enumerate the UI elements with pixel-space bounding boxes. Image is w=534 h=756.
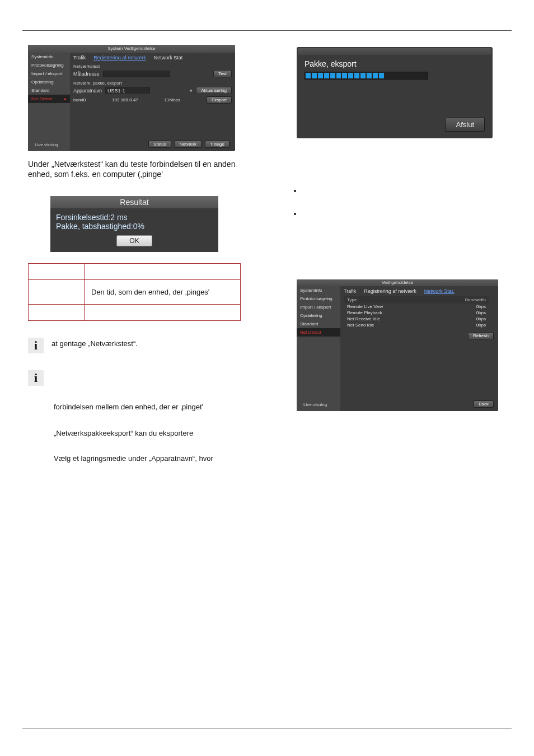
sidebar-item-selected[interactable]: Net Detect▸ <box>28 95 70 103</box>
dropdown-icon[interactable]: ▾ <box>190 88 193 94</box>
progress-bar <box>305 72 428 80</box>
bw-type: Remote Live View <box>347 304 383 309</box>
bw-val: 0bps <box>476 316 486 321</box>
tab-network-stat[interactable]: Network Stat <box>154 55 183 60</box>
panel3-tabs: Trafik Registrering af netværk Network S… <box>344 288 495 294</box>
ip-input[interactable] <box>103 71 170 77</box>
section-pakke-eksport: Netværk, pakke, eksport <box>73 81 232 86</box>
bullet-item <box>302 209 498 218</box>
bw-val: 0bps <box>476 310 486 315</box>
resultat-line2: Pakke, tabshastighed:0% <box>56 222 213 231</box>
maintenance-panel-1: System Vedligeholdelse Systeminfo Protok… <box>28 45 235 151</box>
sidebar-item-live[interactable]: Live-visning <box>300 400 330 409</box>
test-button[interactable]: Test <box>213 70 232 77</box>
sidebar-item[interactable]: Systeminfo <box>297 286 340 295</box>
tab-trafik[interactable]: Trafik <box>344 288 356 294</box>
sidebar-item-selected[interactable]: Net Detect <box>297 328 340 337</box>
panel3-title: Vedligeholdelse <box>297 279 498 286</box>
sidebar-item[interactable]: Import / eksport <box>297 303 340 311</box>
bw-val: 0bps <box>476 323 486 328</box>
table-cell <box>85 305 241 321</box>
sidebar-item[interactable]: Import / eksport <box>28 69 70 78</box>
col-type: Type <box>347 297 357 302</box>
pakke-title: Pakke, eksport <box>298 55 491 72</box>
panel-sidebar: Systeminfo Protokolsøgning Import / eksp… <box>28 53 70 151</box>
panel-title: System Vedligeholdelse <box>28 45 235 53</box>
sidebar-item[interactable]: Protokolsøgning <box>297 295 340 303</box>
table-cell <box>29 264 85 280</box>
device-select[interactable]: USB1-1 <box>105 87 150 94</box>
maintenance-panel-bandwidth: Vedligeholdelse Systeminfo Protokolsøgni… <box>297 279 498 411</box>
bw-val: 0bps <box>476 304 486 309</box>
bullet-item <box>302 186 498 195</box>
info-icon: i <box>28 338 44 353</box>
label-device: Apparatnavn <box>73 88 102 94</box>
tilbage-button[interactable]: Tilbage <box>205 141 229 148</box>
row-speed: 11Mbps <box>165 97 180 102</box>
section-netvaerkstest: Netværkstest <box>73 64 232 69</box>
plain-line-1: „Netværkspakkeeksport“ kan du eksportere <box>54 429 244 437</box>
eksport-button[interactable]: Eksport <box>207 96 232 104</box>
resultat-line1: Forsinkelsestid:2 ms <box>56 213 213 222</box>
resultat-dialog: Resultat Forsinkelsestid:2 ms Pakke, tab… <box>50 196 218 252</box>
info-text-1: at gentage „Netværkstest“. <box>51 338 138 349</box>
sidebar-item[interactable]: Protokolsøgning <box>28 61 70 69</box>
refresh-button[interactable]: Refresh <box>468 332 494 339</box>
netvaerk-button[interactable]: Netværk <box>175 141 202 148</box>
pakke-eksport-dialog: Pakke, eksport Afslut <box>297 47 493 138</box>
row-name: bond0 <box>73 97 86 102</box>
sidebar-item[interactable]: Opdatering <box>28 78 70 86</box>
info-text-2b: forbindelsen mellem den enhed, der er ‚p… <box>54 403 246 411</box>
status-button[interactable]: Status <box>148 141 171 148</box>
bw-type: Net Receive Idle <box>347 316 380 321</box>
table-cell <box>29 305 85 321</box>
panel3-sidebar: Systeminfo Protokolsøgning Import / eksp… <box>297 286 340 411</box>
sidebar-item[interactable]: Systeminfo <box>28 53 70 61</box>
tab-row: Trafik Registrering af netværk Network S… <box>73 55 232 60</box>
tab-registrering[interactable]: Registrering af netværk <box>93 55 146 60</box>
row-ip: 192.168.0.47 <box>112 97 138 102</box>
paragraph-under-panel1: Under „Netværkstest“ kan du teste forbin… <box>28 159 246 179</box>
plain-line-2: Vælg et lagringsmedie under „Apparatnavn… <box>54 454 244 463</box>
tab-registrering[interactable]: Registrering af netværk <box>364 288 416 294</box>
aktualisering-button[interactable]: Aktualisering <box>196 87 232 94</box>
chevron-right-icon: ▸ <box>64 96 67 101</box>
sidebar-item[interactable]: Standard <box>28 86 70 95</box>
bw-type: Net Send Idle <box>347 323 374 328</box>
back-button[interactable]: Back <box>474 400 494 408</box>
label-ip: Måladresse <box>73 71 100 77</box>
table-cell <box>85 264 241 280</box>
tab-trafik[interactable]: Trafik <box>73 55 86 60</box>
resultat-title: Resultat <box>50 196 218 208</box>
table-cell <box>29 280 85 305</box>
sidebar-item[interactable]: Opdatering <box>297 311 340 320</box>
col-bandwidth: Bandwidth <box>465 297 486 302</box>
definition-table: Den tid, som den enhed, der ‚pinges' <box>28 263 241 321</box>
sidebar-item-live[interactable]: Live visning <box>31 141 62 149</box>
sidebar-item[interactable]: Standard <box>297 320 340 328</box>
ok-button[interactable]: OK <box>116 235 152 246</box>
tab-network-stat[interactable]: Network Stat. <box>424 288 455 294</box>
info-icon: i <box>28 370 44 386</box>
bw-type: Remote Playback <box>347 310 382 315</box>
afslut-button[interactable]: Afslut <box>445 118 485 132</box>
table-cell: Den tid, som den enhed, der ‚pinges' <box>85 280 241 305</box>
